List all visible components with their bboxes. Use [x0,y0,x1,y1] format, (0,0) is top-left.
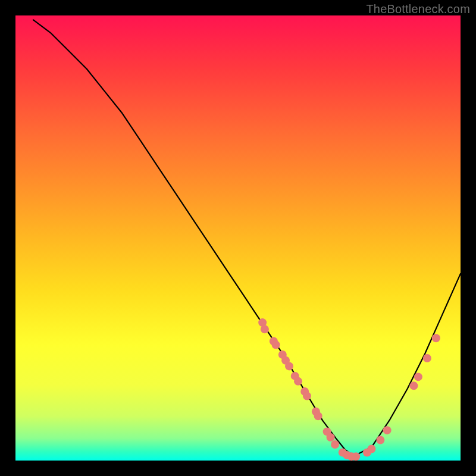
highlight-point [423,354,431,362]
chart-overlay [15,15,461,461]
highlight-point [367,445,375,453]
bottleneck-curve-line [33,20,461,456]
highlight-point [261,325,269,333]
watermark-text: TheBottleneck.com [366,2,470,16]
highlight-point [409,381,418,390]
highlight-point [432,334,440,342]
highlight-point [294,377,302,386]
highlight-point [314,412,322,420]
highlight-point [303,392,311,400]
highlight-point [352,452,360,461]
highlight-point [272,341,280,349]
highlight-point [414,372,422,381]
highlight-point [383,426,392,434]
highlight-points-group [258,318,440,461]
highlight-point [376,436,384,444]
highlight-point [327,433,335,441]
highlight-point [331,440,339,449]
highlight-point [285,362,293,370]
